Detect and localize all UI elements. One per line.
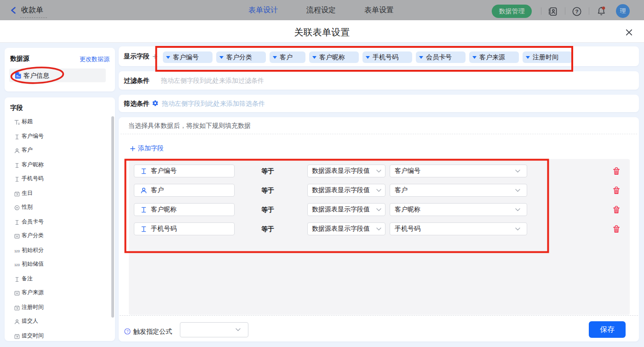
svg-text:?: ? — [126, 329, 129, 334]
svg-text:123: 123 — [14, 263, 20, 267]
svg-text:123: 123 — [14, 249, 20, 253]
svg-text:?: ? — [575, 9, 578, 14]
